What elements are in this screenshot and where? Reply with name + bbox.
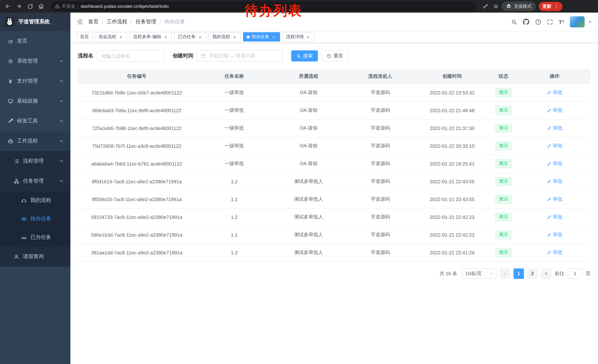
tab-process-detail[interactable]: 流程详情 × bbox=[282, 32, 315, 41]
sidebar-item-task-management[interactable]: 任务管理 bbox=[0, 171, 70, 191]
col-actions: 操作 bbox=[519, 69, 590, 84]
browser-forward-button[interactable] bbox=[14, 1, 24, 11]
help-button[interactable]: ? bbox=[535, 19, 541, 25]
app-logo[interactable]: 芋道管理系统 bbox=[0, 13, 70, 31]
star-icon bbox=[493, 4, 498, 9]
approve-button[interactable]: 审批 bbox=[547, 107, 562, 114]
browser-home-button[interactable] bbox=[36, 1, 46, 11]
page-1-button[interactable]: 1 bbox=[514, 268, 524, 279]
password-key-button[interactable] bbox=[481, 2, 490, 11]
approve-button[interactable]: 审批 bbox=[547, 214, 562, 220]
edit-pen-icon bbox=[547, 162, 551, 166]
avatar[interactable] bbox=[570, 16, 585, 27]
table-row: 580e1b3d-7ac8-11ec-a9e2-a2380e71991a 1.1… bbox=[78, 226, 590, 244]
search-button-main[interactable]: 搜索 bbox=[291, 50, 318, 61]
sidebar-item-todo-tasks[interactable]: 待办任务 bbox=[0, 210, 70, 228]
sidebar-item-workflow[interactable]: 工作流程 bbox=[0, 131, 70, 151]
approve-button[interactable]: 审批 bbox=[547, 249, 562, 256]
tab-home[interactable]: 首页 bbox=[76, 32, 93, 41]
tab-todo-tasks[interactable]: 待办任务 × bbox=[243, 32, 280, 41]
tab-label: 我的流程 bbox=[212, 34, 230, 40]
sidebar-item-my-process[interactable]: 我的流程 bbox=[0, 191, 70, 210]
browser-back-button[interactable] bbox=[3, 1, 13, 11]
close-icon[interactable]: × bbox=[306, 34, 311, 40]
tab-form-edit[interactable]: 流程表单-编辑 × bbox=[129, 32, 172, 41]
cell-process: OA 请假 bbox=[273, 84, 345, 101]
search-button[interactable] bbox=[511, 19, 517, 25]
menu-label: 首页 bbox=[17, 38, 27, 44]
close-icon[interactable]: × bbox=[271, 34, 276, 40]
approve-button[interactable]: 审批 bbox=[547, 125, 562, 131]
sidebar-item-process-management[interactable]: 流程管理 bbox=[0, 151, 70, 171]
approve-button[interactable]: 审批 bbox=[547, 196, 562, 202]
table-row: 75d72608-7b7f-11ec-a3c8-acde48001122 一级审… bbox=[78, 137, 590, 155]
tab-my-process[interactable]: 我的流程 × bbox=[208, 32, 241, 41]
table-row: 069c6a63-7b8a-11ec-8ef0-acde48001122 一级审… bbox=[78, 101, 590, 119]
close-icon[interactable]: × bbox=[198, 34, 203, 40]
breadcrumb-home[interactable]: 首页 bbox=[88, 18, 99, 25]
chevron-right-icon bbox=[544, 271, 548, 276]
search-icon bbox=[296, 54, 301, 58]
next-page-button[interactable] bbox=[541, 268, 551, 279]
tab-label: 待办任务 bbox=[252, 34, 269, 40]
close-icon[interactable]: × bbox=[163, 34, 168, 40]
approve-button[interactable]: 审批 bbox=[547, 160, 562, 167]
cell-task-name: 一级审批 bbox=[196, 119, 273, 137]
warning-icon bbox=[55, 4, 60, 9]
browser-reload-button[interactable] bbox=[25, 1, 35, 11]
fullscreen-button[interactable] bbox=[547, 19, 553, 25]
reset-button[interactable]: 重置 bbox=[322, 50, 348, 61]
svg-text:?: ? bbox=[537, 20, 539, 24]
process-name-label: 流程名 bbox=[78, 53, 93, 59]
end-date-placeholder: 结束日期 bbox=[236, 53, 255, 59]
close-icon[interactable]: × bbox=[118, 34, 123, 40]
prev-page-button[interactable] bbox=[500, 268, 510, 279]
cell-create-time: 2022-01-22 20:33:10 bbox=[416, 137, 488, 155]
sidebar-item-payment[interactable]: ¥ 支付管理 bbox=[0, 71, 70, 91]
approve-button[interactable]: 审批 bbox=[547, 231, 562, 238]
avatar-caret-down-icon[interactable] bbox=[588, 20, 592, 24]
process-name-input[interactable] bbox=[97, 50, 165, 61]
arrow-left-icon bbox=[5, 3, 11, 9]
chrome-update-button[interactable]: 更新 bbox=[539, 2, 562, 11]
page-content: 流程名 创建时间 开始日期 - 结束日期 搜索 重 bbox=[70, 43, 598, 364]
sidebar-item-infrastructure[interactable]: 基础设施 bbox=[0, 91, 70, 111]
date-range-picker[interactable]: 开始日期 - 结束日期 bbox=[197, 50, 283, 61]
sidebar-item-home[interactable]: 首页 bbox=[0, 31, 70, 51]
page-size-select[interactable]: 10条/页 bbox=[462, 268, 497, 279]
tab-done-tasks[interactable]: 已办任务 × bbox=[174, 32, 206, 41]
sidebar-item-leave-query[interactable]: 请假查询 bbox=[0, 247, 70, 267]
tab-start-process[interactable]: 发起流程 × bbox=[95, 32, 127, 41]
cell-task-name: 1.2 bbox=[196, 173, 273, 190]
security-chip[interactable]: 不安全 bbox=[55, 3, 75, 9]
cell-task-name: 1.2 bbox=[196, 208, 273, 226]
goto-label: 前往 bbox=[555, 270, 564, 277]
incognito-badge: 无痕模式 bbox=[502, 1, 536, 11]
sidebar-item-devtools[interactable]: 研发工具 bbox=[0, 111, 70, 131]
close-icon[interactable]: × bbox=[232, 34, 237, 40]
edit-pen-icon bbox=[547, 197, 551, 202]
sidebar-item-done-tasks[interactable]: 已办任务 bbox=[0, 228, 70, 247]
approve-button[interactable]: 审批 bbox=[547, 143, 562, 149]
approve-button[interactable]: 审批 bbox=[547, 178, 562, 185]
pagination: 共 16 条 10条/页 1 2 前往 bbox=[78, 268, 590, 279]
key-icon bbox=[482, 4, 488, 9]
page-2-button[interactable]: 2 bbox=[527, 268, 538, 279]
url-text: dashboard.yudao.iocoder.cn/bpm/task/todo bbox=[81, 4, 169, 9]
breadcrumb-workflow[interactable]: 工作流程 bbox=[107, 18, 127, 25]
approve-button[interactable]: 审批 bbox=[547, 89, 562, 96]
sidebar-item-system[interactable]: 系统管理 bbox=[0, 51, 70, 71]
status-badge: 激活 bbox=[495, 212, 512, 221]
breadcrumb-task-management[interactable]: 任务管理 bbox=[136, 18, 156, 25]
sidebar-collapse-button[interactable] bbox=[76, 18, 83, 25]
github-link[interactable] bbox=[523, 18, 529, 25]
cell-task-name: 一级审批 bbox=[196, 84, 273, 101]
chevron-left-icon bbox=[503, 271, 507, 276]
font-size-button[interactable]: TT bbox=[558, 19, 564, 25]
goto-page-input[interactable] bbox=[568, 268, 582, 279]
cell-starter: 芋道源码 bbox=[344, 208, 416, 226]
cell-status: 激活 bbox=[488, 190, 519, 208]
bookmark-star-button[interactable] bbox=[491, 2, 500, 11]
cell-process: OA 请假 bbox=[273, 137, 345, 155]
cell-task-id: 8f059c03-7ac8-11ec-a9e2-a2380e71991a bbox=[78, 190, 196, 208]
